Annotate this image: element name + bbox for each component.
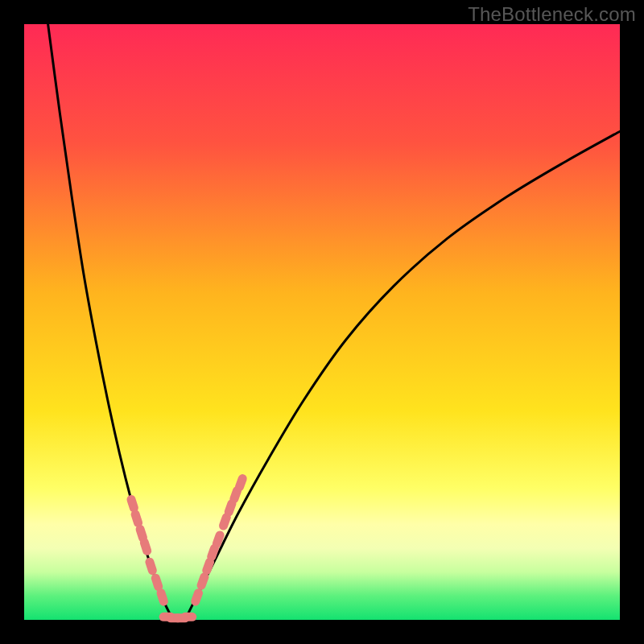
- data-marker: [180, 613, 196, 621]
- curve-layer: [24, 24, 620, 620]
- curve-right: [185, 131, 620, 620]
- data-marker: [144, 556, 158, 576]
- watermark-text: TheBottleneck.com: [468, 3, 636, 26]
- data-marker: [138, 537, 152, 556]
- curve-left: [48, 24, 173, 620]
- chart-stage: TheBottleneck.com: [0, 0, 644, 644]
- marker-group: [126, 473, 248, 623]
- plot-area: [24, 24, 620, 620]
- data-marker: [155, 588, 169, 607]
